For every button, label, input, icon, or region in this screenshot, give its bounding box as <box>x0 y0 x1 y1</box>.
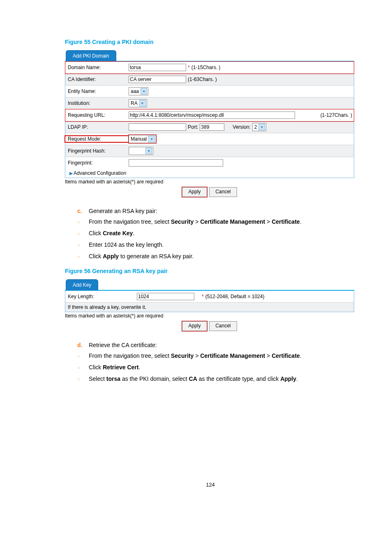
chevron-down-icon: ▾ <box>258 124 265 130</box>
label-ca-identifier: CA Identifier: <box>65 76 129 82</box>
chevron-down-icon: ▾ <box>139 100 146 107</box>
fingerprint-hash-select[interactable]: ▾ <box>129 147 153 155</box>
chevron-down-icon: ▾ <box>148 136 155 142</box>
bullet-icon: ○ <box>77 364 89 371</box>
label-key-length: Key Length: <box>65 294 137 299</box>
req-asterisk: * <box>202 294 204 299</box>
institution-value: RA <box>131 100 138 106</box>
row-domain-name: Domain Name: * (1-15Chars. ) <box>65 62 354 74</box>
step-d-sub1: From the navigation tree, select Securit… <box>89 352 301 360</box>
triangle-right-icon: ▶ <box>69 171 73 176</box>
add-pki-domain-panel: Add PKI Domain Domain Name: * (1-15Chars… <box>65 50 354 178</box>
step-c-sub3: Enter 1024 as the key length. <box>89 241 164 249</box>
figure56-title: Figure 56 Generating an RSA key pair <box>65 268 356 274</box>
label-ldap-ip: LDAP IP: <box>65 124 129 130</box>
row-request-mode: Request Mode: Manual ▾ <box>65 133 354 145</box>
tab-add-pki-domain[interactable]: Add PKI Domain <box>66 50 116 61</box>
fingerprint-input[interactable] <box>129 159 223 167</box>
version-select[interactable]: 2 ▾ <box>252 123 267 131</box>
step-d-letter: d. <box>77 342 89 348</box>
hint-key-length: (512-2048, Default = 1024) <box>205 294 265 299</box>
label-port: Port: <box>188 124 198 130</box>
apply-button[interactable]: Apply <box>182 187 207 197</box>
bullet-icon: ○ <box>77 352 89 360</box>
step-d-sub3: Select torsa as the PKI domain, select C… <box>89 375 298 383</box>
label-fingerprint-hash: Fingerprint Hash: <box>65 148 129 154</box>
port-input[interactable] <box>200 123 224 131</box>
label-version: Version: <box>233 124 250 130</box>
request-mode-value: Manual <box>131 136 147 142</box>
domain-name-input[interactable] <box>129 64 186 71</box>
row-institution: Institution: RA ▾ <box>65 97 354 109</box>
requesting-url-input[interactable] <box>129 111 295 119</box>
version-value: 2 <box>254 124 257 130</box>
label-domain-name: Domain Name: <box>65 65 129 70</box>
row-fingerprint-hash: Fingerprint Hash: ▾ <box>65 145 354 157</box>
step-c-letter: c. <box>77 208 89 214</box>
bullet-icon: ○ <box>77 218 89 226</box>
step-c-sub2: Click Create Key. <box>89 230 134 237</box>
entity-name-select[interactable]: aaa ▾ <box>129 87 148 95</box>
chevron-down-icon: ▾ <box>141 88 147 95</box>
hint-domain-name: (1-15Chars. ) <box>191 65 221 70</box>
figure55-title: Figure 55 Creating a PKI domain <box>65 39 356 45</box>
bullet-icon: ○ <box>77 241 89 249</box>
apply-button[interactable]: Apply <box>182 321 207 331</box>
required-note: Items marked with an asterisk(*) are req… <box>65 179 354 185</box>
label-requesting-url: Requesting URL: <box>65 112 129 118</box>
tab-add-key[interactable]: Add Key <box>66 279 98 290</box>
row-requesting-url: Requesting URL: (1-127Chars. ) <box>65 109 354 121</box>
hint-requesting-url: (1-127Chars. ) <box>321 112 352 118</box>
advanced-configuration[interactable]: ▶ Advanced Configuration <box>65 169 354 178</box>
hint-ca-identifier: (1-63Chars. ) <box>188 76 217 82</box>
add-key-panel: Add Key Key Length: * (512-2048, Default… <box>65 279 354 312</box>
label-request-mode: Request Mode: <box>65 136 129 142</box>
chevron-down-icon: ▾ <box>145 148 152 154</box>
cancel-button[interactable]: Cancel <box>209 187 237 197</box>
bullet-icon: ○ <box>77 230 89 237</box>
row-key-length: Key Length: * (512-2048, Default = 1024) <box>65 291 354 303</box>
page-number: 124 <box>65 482 356 488</box>
req-asterisk: * <box>188 65 190 70</box>
entity-name-value: aaa <box>131 88 139 94</box>
bullet-icon: ○ <box>77 375 89 383</box>
label-fingerprint: Fingerprint: <box>65 160 129 166</box>
label-institution: Institution: <box>65 100 129 106</box>
advanced-configuration-label: Advanced Configuration <box>74 170 126 176</box>
step-d-text: Retrieve the CA certificate: <box>89 342 157 348</box>
row-ldap-ip: LDAP IP: Port: Version: 2 ▾ <box>65 121 354 133</box>
step-d-sub2: Click Retrieve Cert. <box>89 364 140 371</box>
step-c-text: Generate an RSA key pair: <box>89 208 157 214</box>
step-c-sub4: Click Apply to generate an RSA key pair. <box>89 253 194 260</box>
label-entity-name: Entity Name: <box>65 88 129 94</box>
cancel-button[interactable]: Cancel <box>209 321 237 331</box>
ldap-ip-input[interactable] <box>129 123 186 131</box>
step-c-sub1: From the navigation tree, select Securit… <box>89 218 301 226</box>
key-length-input[interactable] <box>137 293 194 300</box>
overwrite-note: If there is already a key, overwrite it. <box>65 303 354 312</box>
request-mode-select[interactable]: Manual ▾ <box>129 135 156 143</box>
bullet-icon: ○ <box>77 253 89 260</box>
ca-identifier-input[interactable] <box>129 76 186 83</box>
row-fingerprint: Fingerprint: <box>65 157 354 169</box>
institution-select[interactable]: RA ▾ <box>129 99 147 107</box>
row-entity-name: Entity Name: aaa ▾ <box>65 86 354 97</box>
row-ca-identifier: CA Identifier: (1-63Chars. ) <box>65 74 354 86</box>
required-note-2: Items marked with an asterisk(*) are req… <box>65 313 354 319</box>
